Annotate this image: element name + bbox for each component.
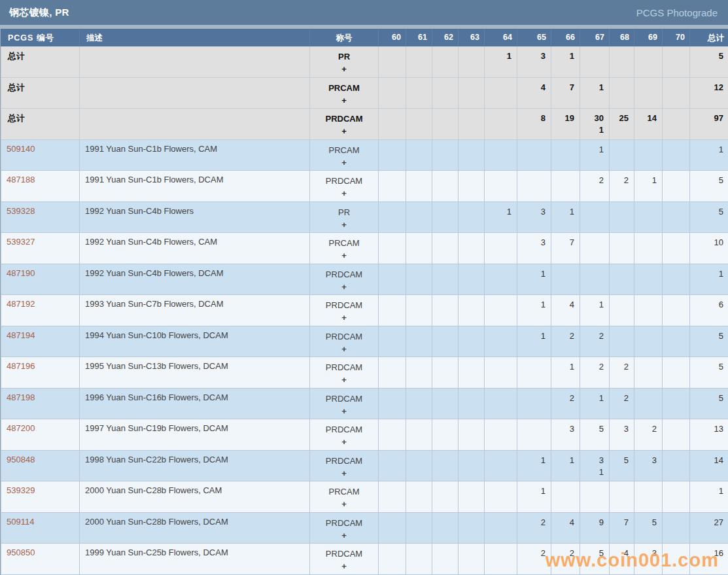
pcgs-number-link[interactable]: 487188	[7, 175, 35, 184]
grade-cell-70	[663, 109, 690, 140]
description-cell: 1992 Yuan Sun-C4b Flowers	[80, 201, 310, 233]
designation-label: PRCAM	[315, 144, 373, 156]
grade-cell-63	[459, 326, 485, 357]
pcgs-number-link[interactable]: 487192	[7, 299, 35, 309]
grade-cell-63	[459, 109, 485, 140]
grade-cell-60	[379, 295, 406, 326]
col-header-61: 61	[406, 29, 432, 46]
designation-label: PRDCAM	[315, 392, 373, 405]
pcgs-number-link[interactable]: 950848	[7, 455, 35, 464]
total-row-label: 总计	[1, 46, 80, 78]
pcgs-number-link[interactable]: 487194	[7, 330, 35, 340]
plus-label: +	[315, 343, 373, 355]
pcgs-number-link[interactable]: 539328	[7, 206, 35, 216]
pcgs-number-link[interactable]: 487196	[7, 361, 35, 371]
pcgs-number-link[interactable]: 487200	[7, 423, 35, 433]
designation-label: PRDCAM	[315, 423, 373, 436]
grade-cell-69	[634, 388, 663, 419]
total-row-label: 总计	[1, 77, 80, 109]
grade-cell-61	[406, 388, 432, 419]
designation-cell: PRDCAM+	[310, 388, 379, 419]
grade-cell-66: 4	[551, 295, 580, 326]
grade-cell-69: 3	[634, 544, 663, 575]
grade-cell-63	[459, 264, 485, 295]
grade-cell-70	[663, 419, 690, 451]
grade-cell-65	[517, 419, 551, 451]
row-total-cell: 12	[690, 77, 728, 109]
grade-cell-63	[459, 388, 485, 419]
grade-cell-69: 3	[634, 450, 663, 481]
table-row: 5393271992 Yuan Sun-C4b Flowers, CAMPRCA…	[1, 233, 728, 264]
grade-cell-68	[610, 77, 634, 109]
grade-cell-64	[485, 295, 517, 326]
pcgs-number-link[interactable]: 487198	[7, 392, 35, 402]
description-cell	[80, 46, 310, 78]
pcgs-number-link[interactable]: 950850	[7, 548, 35, 557]
grade-cell-70	[663, 46, 690, 78]
grade-cell-70	[663, 326, 690, 357]
grade-cell-60	[379, 77, 406, 109]
pcgs-number-cell: 539329	[1, 481, 80, 513]
grade-cell-69	[634, 326, 663, 357]
grade-cell-61	[406, 264, 432, 295]
grade-cell-67	[580, 481, 610, 513]
grade-cell-63	[459, 46, 485, 78]
plus-label: +	[315, 560, 373, 572]
grade-cell-68	[610, 295, 634, 326]
grade-cell-67: 301	[580, 109, 610, 140]
pcgs-number-link[interactable]: 487190	[7, 268, 35, 278]
grade-cell-61	[406, 46, 432, 78]
grade-cell-70	[663, 139, 690, 171]
col-header-65: 65	[517, 29, 551, 46]
table-header-row: PCGS 编号描述称号6061626364656667686970总计	[1, 29, 728, 46]
grade-value-stack: 31	[599, 455, 604, 478]
grade-cell-65: 3	[517, 46, 551, 78]
grade-cell-62	[432, 264, 459, 295]
plus-label: +	[315, 405, 373, 417]
pcgs-number-link[interactable]: 539329	[7, 485, 35, 495]
grade-cell-69	[634, 357, 663, 389]
pcgs-number-link[interactable]: 509114	[7, 517, 34, 527]
designation-cell: PR+	[310, 201, 379, 233]
row-total-cell: 5	[690, 388, 728, 419]
grade-cell-69	[634, 201, 663, 233]
designation-cell: PRDCAM+	[310, 357, 379, 389]
designation-cell: PRDCAM+	[310, 419, 379, 451]
col-header-62: 62	[432, 29, 459, 46]
grade-cell-68: 25	[610, 109, 634, 140]
plus-label: +	[315, 94, 373, 107]
row-total-cell: 97	[690, 109, 728, 140]
col-header-63: 63	[459, 29, 485, 46]
grade-cell-61	[406, 544, 432, 575]
pcgs-number-link[interactable]: 539327	[7, 237, 35, 247]
col-header-70: 70	[663, 29, 690, 46]
grade-cell-67: 1	[580, 77, 610, 109]
grade-cell-61	[406, 419, 432, 451]
grade-cell-61	[406, 233, 432, 264]
designation-label: PRDCAM	[315, 175, 373, 187]
description-cell: 1993 Yuan Sun-C7b Flowers, DCAM	[80, 295, 310, 326]
row-total-cell: 6	[690, 295, 728, 326]
description-cell	[80, 77, 310, 109]
photograde-link[interactable]: PCGS Photograde	[636, 7, 718, 18]
col-header-60: 60	[379, 29, 406, 46]
grade-cell-67	[580, 264, 610, 295]
pcgs-number-link[interactable]: 509140	[7, 144, 35, 154]
plus-label: +	[315, 218, 373, 231]
table-row: 4871961995 Yuan Sun-C13b Flowers, DCAMPR…	[1, 357, 728, 389]
grade-cell-61	[406, 481, 432, 513]
grade-cell-60	[379, 544, 406, 575]
grade-cell-66	[551, 139, 580, 171]
grade-cell-64	[485, 109, 517, 140]
grade-cell-66: 1	[551, 450, 580, 481]
grade-cell-65: 1	[517, 264, 551, 295]
grade-cell-60	[379, 326, 406, 357]
grade-cell-60	[379, 46, 406, 78]
description-cell: 2000 Yuan Sun-C28b Flowers, CAM	[80, 481, 310, 513]
grade-cell-70	[663, 264, 690, 295]
grade-cell-64	[485, 326, 517, 357]
plus-label: +	[315, 249, 373, 262]
grade-cell-61	[406, 326, 432, 357]
designation-label: PRCAM	[315, 82, 373, 94]
row-total-cell: 5	[690, 46, 728, 78]
